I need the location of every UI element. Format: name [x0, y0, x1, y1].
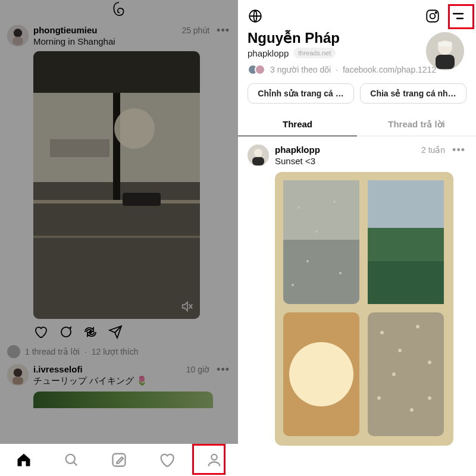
- nav-activity-icon[interactable]: [158, 452, 175, 468]
- svg-rect-8: [113, 93, 120, 200]
- svg-point-55: [339, 272, 342, 274]
- svg-point-43: [380, 331, 384, 334]
- more-icon[interactable]: •••: [215, 365, 231, 374]
- profile-topbar: [238, 0, 476, 30]
- post-media[interactable]: [33, 392, 213, 408]
- post-actions: [33, 325, 231, 339]
- post-media[interactable]: [33, 51, 200, 319]
- avatar[interactable]: [248, 145, 269, 166]
- post-caption: チューリップ バイキング 🌷: [33, 375, 231, 387]
- svg-rect-39: [368, 261, 444, 304]
- share-icon[interactable]: [108, 325, 123, 339]
- svg-rect-11: [123, 193, 161, 206]
- post-username[interactable]: phapklopp: [275, 145, 320, 155]
- followers-count[interactable]: 3 người theo dõi: [270, 65, 331, 74]
- nav-compose-icon[interactable]: [111, 452, 127, 468]
- post-media[interactable]: [275, 172, 453, 446]
- profile-post: phapklopp 2 tuần ••• Sunset <3: [238, 136, 476, 446]
- nav-profile-icon[interactable]: [206, 452, 223, 468]
- svg-point-52: [315, 230, 318, 233]
- svg-point-44: [398, 349, 402, 352]
- svg-point-51: [298, 206, 300, 209]
- post-timestamp: 2 tuần: [421, 145, 445, 155]
- svg-point-50: [428, 396, 431, 400]
- svg-point-56: [292, 284, 294, 286]
- svg-point-10: [114, 108, 155, 149]
- svg-rect-29: [438, 42, 452, 46]
- domain-badge[interactable]: threads.net: [293, 48, 336, 58]
- meta-sep: ·: [336, 65, 338, 74]
- post-username[interactable]: phongtieumieu: [33, 25, 98, 35]
- profile-header: Nguyễn Pháp phapklopp threads.net 3 ngườ…: [238, 30, 476, 104]
- avatar[interactable]: [7, 364, 29, 386]
- feed-post: phongtieumieu 25 phút ••• Morning in Sha…: [7, 25, 231, 358]
- replies-count[interactable]: 1 thread trả lời: [25, 347, 80, 356]
- likes-count[interactable]: 12 lượt thích: [92, 347, 139, 356]
- post-meta: 1 thread trả lời · 12 lượt thích: [7, 345, 231, 358]
- profile-tabs: Thread Thread trả lời: [238, 113, 476, 136]
- svg-rect-4: [33, 51, 200, 93]
- svg-point-1: [14, 29, 22, 37]
- more-icon[interactable]: •••: [451, 146, 466, 154]
- svg-rect-38: [368, 180, 444, 228]
- svg-point-48: [377, 396, 381, 400]
- svg-rect-6: [33, 200, 200, 203]
- svg-rect-36: [283, 180, 359, 240]
- svg-point-41: [289, 342, 353, 406]
- mute-icon[interactable]: [181, 300, 194, 313]
- svg-point-15: [14, 368, 22, 377]
- svg-rect-2: [12, 37, 23, 45]
- svg-point-54: [306, 260, 309, 262]
- tab-threads[interactable]: Thread: [238, 113, 357, 136]
- post-timestamp: 25 phút: [181, 26, 209, 35]
- svg-rect-42: [368, 312, 444, 436]
- svg-point-46: [392, 372, 396, 376]
- svg-point-53: [333, 201, 336, 203]
- profile-avatar[interactable]: [426, 32, 464, 70]
- share-profile-button[interactable]: Chia sẻ trang cá nh…: [360, 83, 466, 104]
- bottom-nav: [0, 444, 238, 476]
- threads-logo-icon: [111, 1, 127, 19]
- handle: phapklopp: [248, 48, 289, 58]
- feed-scroll[interactable]: phongtieumieu 25 phút ••• Morning in Sha…: [0, 25, 238, 408]
- svg-point-17: [66, 455, 75, 464]
- svg-rect-7: [33, 236, 200, 238]
- profile-pane: Nguyễn Pháp phapklopp threads.net 3 ngườ…: [238, 0, 476, 476]
- svg-line-18: [74, 462, 77, 465]
- nav-home-icon[interactable]: [15, 452, 32, 468]
- svg-rect-30: [436, 55, 455, 69]
- svg-rect-9: [50, 139, 109, 157]
- reply-avatar: [7, 345, 20, 358]
- instagram-icon[interactable]: [425, 8, 440, 26]
- svg-point-47: [428, 361, 431, 364]
- more-icon[interactable]: •••: [215, 26, 231, 35]
- feed-pane: phongtieumieu 25 phút ••• Morning in Sha…: [0, 0, 238, 476]
- svg-rect-33: [252, 157, 264, 165]
- svg-point-23: [430, 14, 436, 19]
- svg-point-20: [211, 455, 217, 460]
- like-icon[interactable]: [33, 325, 48, 339]
- nav-search-icon[interactable]: [63, 452, 80, 468]
- avatar[interactable]: [7, 25, 29, 46]
- svg-rect-16: [12, 377, 23, 385]
- meta-sep: ·: [84, 347, 87, 356]
- feed-post: i.ivresselofi 10 giờ ••• チューリップ バイキング 🌷: [7, 364, 231, 408]
- svg-point-45: [416, 325, 419, 328]
- comment-icon[interactable]: [58, 325, 73, 339]
- tab-replies[interactable]: Thread trả lời: [357, 113, 476, 136]
- repost-icon[interactable]: [83, 325, 98, 339]
- post-timestamp: 10 giờ: [186, 365, 209, 374]
- globe-icon[interactable]: [248, 8, 263, 26]
- follower-avatar: [255, 64, 265, 75]
- edit-profile-button[interactable]: Chỉnh sửa trang cá …: [248, 83, 354, 104]
- post-caption: Morning in Shanghai: [33, 36, 231, 46]
- svg-point-32: [254, 149, 262, 157]
- svg-point-49: [410, 408, 414, 412]
- menu-icon[interactable]: [447, 7, 466, 27]
- post-caption: Sunset <3: [275, 156, 466, 166]
- svg-point-24: [436, 12, 437, 13]
- post-username[interactable]: i.ivresselofi: [33, 364, 83, 374]
- follower-avatars: [248, 64, 265, 75]
- app-logo-row: [0, 0, 238, 19]
- profile-link[interactable]: facebook.com/phap.1212: [343, 65, 436, 74]
